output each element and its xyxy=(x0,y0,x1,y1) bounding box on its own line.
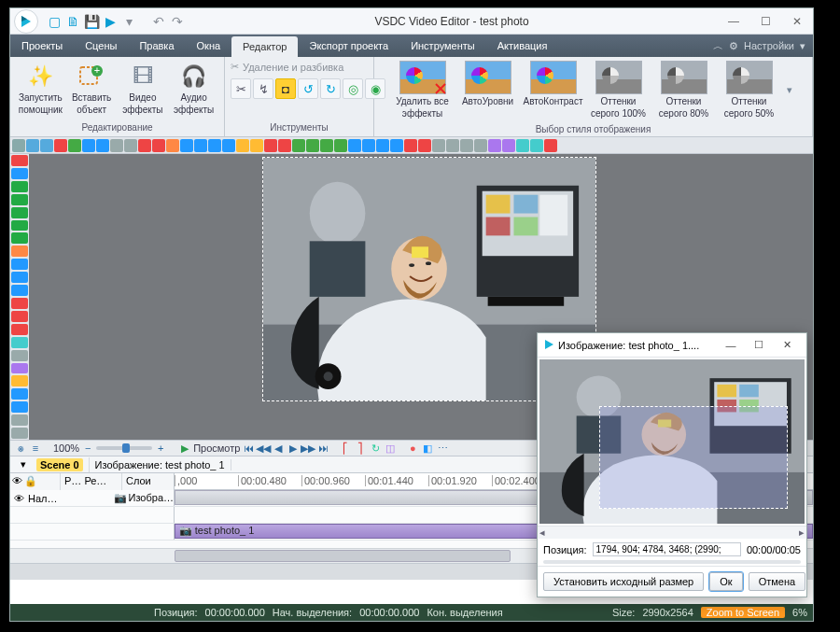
style-autocontrast[interactable]: АвтоКонтраст xyxy=(525,61,581,119)
redo-icon[interactable]: ↷ xyxy=(169,13,186,30)
left-tool-7[interactable] xyxy=(11,246,28,257)
rotate-cw-button[interactable]: ↻ xyxy=(320,78,341,99)
zoom-in-icon[interactable]: + xyxy=(154,442,167,455)
strip-icon-26[interactable] xyxy=(376,139,389,152)
rotate-ccw-button[interactable]: ↺ xyxy=(298,78,318,99)
strip-icon-33[interactable] xyxy=(474,139,487,152)
strip-icon-9[interactable] xyxy=(138,139,151,152)
strip-icon-2[interactable] xyxy=(40,139,53,152)
range-icon[interactable]: ◫ xyxy=(384,442,397,455)
snap-icon[interactable]: ◧ xyxy=(421,442,434,455)
dialog-close-button[interactable]: ✕ xyxy=(773,339,801,351)
strip-icon-23[interactable] xyxy=(334,139,347,152)
dialog-ok-button[interactable]: Ок xyxy=(709,572,742,591)
scene-dropdown[interactable]: ▾ Scene 0 xyxy=(10,457,90,472)
left-tool-19[interactable] xyxy=(11,401,28,413)
frame-back-icon[interactable]: ◀ xyxy=(272,442,285,455)
strip-icon-31[interactable] xyxy=(446,139,459,152)
crop-selection[interactable] xyxy=(599,406,788,509)
strip-icon-36[interactable] xyxy=(516,139,529,152)
settings-link[interactable]: Настройки xyxy=(744,40,794,51)
play-button[interactable]: ▶ xyxy=(178,442,191,455)
step-fwd-icon[interactable]: ▶▶ xyxy=(301,442,315,455)
zoom-slider[interactable] xyxy=(96,446,152,450)
step-back-icon[interactable]: ◀◀ xyxy=(257,442,270,455)
wizard-button[interactable]: ✨ Запустить помощник xyxy=(16,61,65,117)
strip-icon-27[interactable] xyxy=(390,139,403,152)
dialog-pos-input[interactable] xyxy=(593,542,741,556)
strip-icon-3[interactable] xyxy=(54,139,67,152)
menu-scenes[interactable]: Сцены xyxy=(74,35,128,57)
left-tool-10[interactable] xyxy=(11,285,28,296)
chevron-up-icon[interactable]: ︿ xyxy=(713,39,723,53)
left-tool-13[interactable] xyxy=(11,324,28,335)
tl-left-icon[interactable]: ⎈ xyxy=(14,442,27,455)
strip-icon-18[interactable] xyxy=(264,139,277,152)
menu-windows[interactable]: Окна xyxy=(186,35,232,57)
strip-icon-6[interactable] xyxy=(96,139,109,152)
strip-icon-25[interactable] xyxy=(362,139,375,152)
left-tool-14[interactable] xyxy=(11,337,28,348)
save-icon[interactable]: 💾 xyxy=(83,13,100,30)
left-tool-21[interactable] xyxy=(11,428,28,439)
dialog-cancel-button[interactable]: Отмена xyxy=(749,572,805,591)
frame-fwd-icon[interactable]: ▶ xyxy=(287,442,300,455)
left-tool-0[interactable] xyxy=(11,155,28,166)
menu-activation[interactable]: Активация xyxy=(486,35,559,57)
undo-icon[interactable]: ↶ xyxy=(150,13,167,30)
scrollbar-thumb[interactable] xyxy=(175,550,511,562)
menu-tools[interactable]: Инструменты xyxy=(399,35,486,57)
maximize-button[interactable]: ☐ xyxy=(749,8,781,35)
strip-icon-38[interactable] xyxy=(544,139,557,152)
left-tool-6[interactable] xyxy=(11,232,28,244)
styles-more-icon[interactable]: ▾ xyxy=(787,84,792,96)
left-tool-1[interactable] xyxy=(11,168,28,179)
strip-icon-32[interactable] xyxy=(460,139,473,152)
strip-icon-0[interactable] xyxy=(12,139,25,152)
zoom-out-icon[interactable]: − xyxy=(81,442,94,455)
strip-icon-37[interactable] xyxy=(530,139,543,152)
tl-left2-icon[interactable]: ≡ xyxy=(29,442,42,455)
strip-icon-5[interactable] xyxy=(82,139,95,152)
strip-icon-22[interactable] xyxy=(320,139,333,152)
more-tl-icon[interactable]: ⋯ xyxy=(436,442,449,455)
strip-icon-14[interactable] xyxy=(208,139,221,152)
strip-icon-29[interactable] xyxy=(418,139,431,152)
play-icon[interactable]: ▶ xyxy=(102,13,119,30)
dialog-original-size-button[interactable]: Установить исходный размер xyxy=(543,572,704,591)
insert-object-button[interactable]: + Вставить объект xyxy=(67,61,117,117)
strip-icon-15[interactable] xyxy=(222,139,235,152)
strip-icon-28[interactable] xyxy=(404,139,417,152)
video-effects-button[interactable]: 🎞 Видео эффекты xyxy=(119,61,168,117)
strip-icon-1[interactable] xyxy=(26,139,39,152)
dialog-hscroll[interactable]: ◂▸ xyxy=(538,526,806,539)
style-autolevels[interactable]: АвтоУровни xyxy=(460,61,516,119)
left-tool-15[interactable] xyxy=(11,350,28,361)
left-tool-20[interactable] xyxy=(11,414,28,426)
style-gray-100[interactable]: Оттенкисерого 100% xyxy=(591,61,647,119)
strip-icon-12[interactable] xyxy=(180,139,193,152)
strip-icon-34[interactable] xyxy=(488,139,501,152)
quickbar-dropdown-icon[interactable]: ▾ xyxy=(120,13,137,30)
menu-export[interactable]: Экспорт проекта xyxy=(298,35,399,57)
marker-b-icon[interactable]: ⎤ xyxy=(354,442,367,455)
left-tool-3[interactable] xyxy=(11,194,28,205)
dialog-minimize-button[interactable]: — xyxy=(717,340,745,351)
strip-icon-20[interactable] xyxy=(292,139,305,152)
chevron-down-icon[interactable]: ▾ xyxy=(800,40,805,52)
strip-icon-30[interactable] xyxy=(432,139,445,152)
left-tool-5[interactable] xyxy=(11,220,28,232)
strip-icon-19[interactable] xyxy=(278,139,291,152)
strip-icon-21[interactable] xyxy=(306,139,319,152)
strip-icon-13[interactable] xyxy=(194,139,207,152)
audio-effects-button[interactable]: 🎧 Аудио эффекты xyxy=(169,61,218,117)
strip-icon-7[interactable] xyxy=(110,139,123,152)
crop-tool-button[interactable]: ◘ xyxy=(275,78,296,99)
link-tool-button[interactable]: ↯ xyxy=(253,78,273,99)
strip-icon-17[interactable] xyxy=(250,139,263,152)
left-tool-8[interactable] xyxy=(11,259,28,270)
minimize-button[interactable]: — xyxy=(718,8,749,35)
style-gray-50[interactable]: Оттенкисерого 50% xyxy=(721,61,777,119)
left-tool-11[interactable] xyxy=(11,298,28,309)
strip-icon-24[interactable] xyxy=(348,139,361,152)
